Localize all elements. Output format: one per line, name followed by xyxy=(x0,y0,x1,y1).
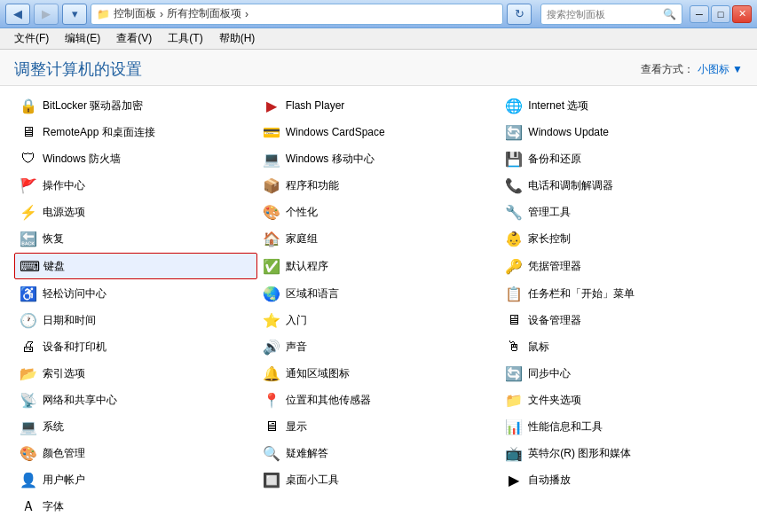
list-item[interactable]: 🔊声音 xyxy=(257,334,501,359)
list-item[interactable]: 🔄Windows Update xyxy=(500,120,743,145)
list-item[interactable]: 🔔通知区域图标 xyxy=(257,361,501,386)
list-item[interactable]: 🕐日期和时间 xyxy=(14,308,257,332)
list-item[interactable]: 🔧管理工具 xyxy=(500,200,743,224)
item-icon: 📦 xyxy=(263,176,280,194)
list-item[interactable]: 🚩操作中心 xyxy=(14,173,257,198)
list-item[interactable]: 📦程序和功能 xyxy=(257,173,501,198)
list-item[interactable]: 🌏区域和语言 xyxy=(257,281,501,306)
list-item[interactable]: ⚡电源选项 xyxy=(14,200,257,224)
item-label: Windows CardSpace xyxy=(286,126,385,138)
item-label: 键盘 xyxy=(43,259,65,274)
list-item[interactable]: 🛡Windows 防火墙 xyxy=(14,146,257,171)
list-item[interactable]: 🔒BitLocker 驱动器加密 xyxy=(14,93,257,118)
title-bar-left: ◀ ▶ ▾ 📁 控制面板 › 所有控制面板项 › ↻ 🔍 xyxy=(5,4,682,25)
item-icon: 🖱 xyxy=(505,338,523,356)
menu-tools[interactable]: 工具(T) xyxy=(161,29,209,48)
item-label: 位置和其他传感器 xyxy=(286,393,371,408)
list-item[interactable]: 📂索引选项 xyxy=(14,361,257,386)
view-mode-link[interactable]: 小图标 ▼ xyxy=(698,62,743,77)
list-item[interactable]: 💻系统 xyxy=(14,414,257,439)
item-icon: 👤 xyxy=(20,471,37,489)
list-item[interactable]: 🎨颜色管理 xyxy=(14,441,257,466)
item-label: 管理工具 xyxy=(528,205,571,220)
minimize-button[interactable]: ─ xyxy=(690,5,709,23)
item-icon: 🖨 xyxy=(20,338,37,356)
list-item[interactable]: 💳Windows CardSpace xyxy=(257,120,501,145)
item-icon: 🖥 xyxy=(20,123,37,141)
list-item[interactable]: 🖱鼠标 xyxy=(500,334,743,359)
item-label: 显示 xyxy=(286,419,307,434)
list-item[interactable]: 💻Windows 移动中心 xyxy=(257,146,501,171)
view-mode-label: 查看方式： xyxy=(641,62,694,77)
item-label: 日期和时间 xyxy=(43,313,96,328)
list-item[interactable]: 👶家长控制 xyxy=(500,226,743,251)
list-item[interactable]: ⭐入门 xyxy=(257,308,501,332)
list-item[interactable]: 📍位置和其他传感器 xyxy=(257,387,501,412)
address-bar[interactable]: 📁 控制面板 › 所有控制面板项 › xyxy=(91,4,503,25)
menu-view[interactable]: 查看(V) xyxy=(109,29,159,48)
forward-button[interactable]: ▶ xyxy=(34,4,59,25)
maximize-button[interactable]: □ xyxy=(711,5,730,23)
list-item[interactable]: 📞电话和调制解调器 xyxy=(500,173,743,198)
item-label: 程序和功能 xyxy=(286,178,339,193)
item-icon: 🔲 xyxy=(263,471,280,489)
list-item[interactable]: ▶Flash Player xyxy=(257,93,501,118)
refresh-button[interactable]: ↻ xyxy=(507,4,532,25)
list-item[interactable]: 🎨个性化 xyxy=(257,200,501,224)
list-item[interactable]: 🖨设备和打印机 xyxy=(14,334,257,359)
item-icon: 🔒 xyxy=(20,97,37,114)
item-label: 用户帐户 xyxy=(43,473,85,488)
list-item[interactable]: ⌨键盘 xyxy=(14,253,257,279)
item-icon: ▶ xyxy=(505,471,523,489)
list-item[interactable]: 💾备份和还原 xyxy=(500,146,743,171)
item-label: Windows 移动中心 xyxy=(286,152,375,167)
list-item[interactable]: 🖥显示 xyxy=(257,414,501,439)
item-icon: 🎨 xyxy=(20,444,37,462)
item-label: 系统 xyxy=(43,419,64,434)
item-icon: 🕐 xyxy=(20,311,37,329)
list-item[interactable]: 🌐Internet 选项 xyxy=(500,93,743,118)
list-item[interactable]: 📁文件夹选项 xyxy=(500,387,743,412)
search-input[interactable] xyxy=(547,9,659,20)
search-icon: 🔍 xyxy=(663,8,676,20)
menu-edit[interactable]: 编辑(E) xyxy=(58,29,107,48)
item-label: 恢复 xyxy=(43,231,64,246)
list-item[interactable]: 🔲桌面小工具 xyxy=(257,467,501,492)
list-item[interactable]: 🔍疑难解答 xyxy=(257,441,501,466)
list-item[interactable]: ▶自动播放 xyxy=(500,467,743,492)
list-item[interactable]: ✅默认程序 xyxy=(257,253,501,279)
menu-file[interactable]: 文件(F) xyxy=(7,29,56,48)
item-icon: ⚡ xyxy=(20,203,37,221)
item-label: 英特尔(R) 图形和媒体 xyxy=(528,446,631,461)
item-icon: 🔑 xyxy=(505,257,523,275)
back-button[interactable]: ◀ xyxy=(5,4,30,25)
search-bar[interactable]: 🔍 xyxy=(540,4,682,25)
list-item[interactable]: 🔑凭据管理器 xyxy=(500,253,743,279)
folder-icon: 📁 xyxy=(97,8,110,20)
list-item[interactable]: ♿轻松访问中心 xyxy=(14,281,257,306)
item-icon: 💾 xyxy=(505,150,523,168)
item-label: 桌面小工具 xyxy=(286,473,339,488)
list-item[interactable]: 🔙恢复 xyxy=(14,226,257,251)
item-label: 入门 xyxy=(286,313,307,328)
page-title: 调整计算机的设置 xyxy=(14,59,142,80)
item-icon: 🔊 xyxy=(263,338,280,356)
list-item[interactable]: 📋任务栏和「开始」菜单 xyxy=(500,281,743,306)
list-item[interactable]: 🖥设备管理器 xyxy=(500,308,743,332)
item-icon: 🔔 xyxy=(263,364,280,382)
item-icon: 🖥 xyxy=(263,418,280,435)
item-label: 网络和共享中心 xyxy=(43,393,117,408)
list-item[interactable]: 🔄同步中心 xyxy=(500,361,743,386)
list-item[interactable]: 📺英特尔(R) 图形和媒体 xyxy=(500,441,743,466)
list-item[interactable]: 📊性能信息和工具 xyxy=(500,414,743,439)
recent-button[interactable]: ▾ xyxy=(62,4,87,25)
list-item[interactable]: 👤用户帐户 xyxy=(14,467,257,492)
list-item[interactable]: Ａ字体 xyxy=(14,494,257,519)
menu-help[interactable]: 帮助(H) xyxy=(212,29,263,48)
content-header: 调整计算机的设置 查看方式： 小图标 ▼ xyxy=(0,50,757,86)
list-item[interactable]: 🖥RemoteApp 和桌面连接 xyxy=(14,120,257,145)
close-button[interactable]: ✕ xyxy=(732,5,752,23)
list-item[interactable]: 🏠家庭组 xyxy=(257,226,501,251)
item-label: Flash Player xyxy=(286,99,345,112)
list-item[interactable]: 📡网络和共享中心 xyxy=(14,387,257,412)
